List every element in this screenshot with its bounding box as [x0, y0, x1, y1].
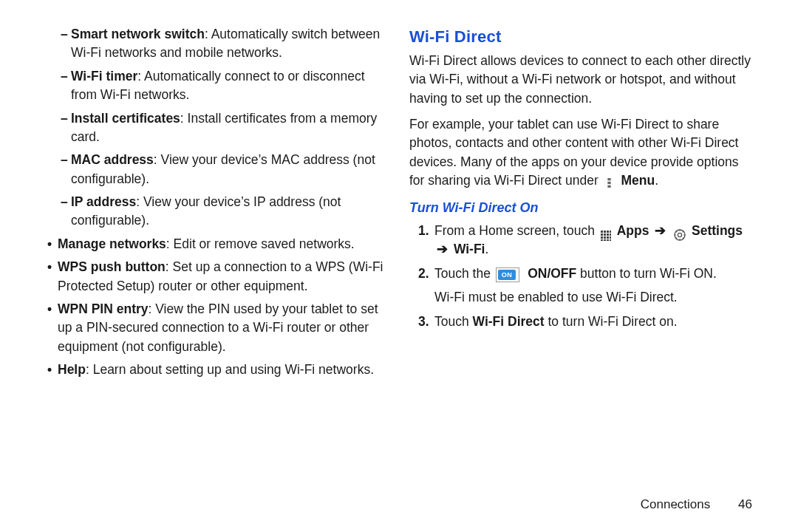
- sub-heading: Turn Wi-Fi Direct On: [409, 198, 754, 217]
- dash-text: Install certificates: Install certificat…: [71, 109, 389, 147]
- svg-rect-19: [610, 239, 611, 241]
- svg-rect-18: [607, 239, 609, 241]
- bullet-dot: •: [47, 361, 58, 379]
- page-footer: Connections 46: [44, 493, 754, 514]
- dash-item: – IP address: View your device’s IP addr…: [61, 193, 389, 231]
- s1-end: .: [485, 242, 488, 256]
- term: Manage networks: [58, 236, 166, 251]
- svg-rect-8: [601, 233, 603, 236]
- s3-lead: Touch: [434, 314, 473, 329]
- right-column: Wi-Fi Direct Wi-Fi Direct allows devices…: [409, 25, 754, 493]
- p2-lead: For example, your tablet can use Wi-Fi D…: [409, 117, 739, 188]
- def: : Edit or remove saved networks.: [166, 236, 355, 251]
- dash-bullet: –: [61, 109, 71, 147]
- step-text: From a Home screen, touch: [434, 222, 754, 259]
- bullet-text: WPS push button: Set up a connection to …: [58, 258, 389, 296]
- dash-text: Smart network switch: Automatically swit…: [71, 25, 389, 63]
- dash-text: IP address: View your device’s IP addres…: [71, 193, 389, 231]
- wifi-bold: Wi-Fi: [454, 242, 485, 256]
- bullet-dot: •: [47, 235, 58, 253]
- arrow-icon: ➔: [655, 223, 666, 238]
- svg-rect-11: [610, 233, 611, 236]
- svg-rect-5: [604, 231, 606, 233]
- menu-bold: Menu: [621, 173, 655, 188]
- intro-paragraph-1: Wi-Fi Direct allows devices to connect t…: [409, 52, 754, 108]
- svg-rect-16: [601, 239, 603, 241]
- s1-lead: From a Home screen, touch: [434, 223, 598, 238]
- manual-page: – Smart network switch: Automatically sw…: [0, 0, 798, 532]
- step-text: Touch Wi-Fi Direct to turn Wi-Fi Direct …: [434, 313, 754, 331]
- dash-bullet: –: [61, 151, 71, 188]
- svg-rect-2: [607, 182, 610, 184]
- term: MAC address: [71, 152, 154, 167]
- settings-bold: Settings: [692, 223, 743, 238]
- svg-point-21: [678, 233, 682, 236]
- dash-text: Wi-Fi timer: Automatically connect to or…: [71, 67, 389, 105]
- step-number: 2.: [418, 265, 434, 307]
- svg-rect-10: [607, 233, 609, 236]
- dash-list: – Smart network switch: Automatically sw…: [44, 25, 389, 231]
- term: WPS push button: [58, 259, 166, 274]
- left-column: – Smart network switch: Automatically sw…: [44, 25, 389, 493]
- svg-rect-6: [607, 231, 609, 233]
- step-2: 2. Touch the ON ON/OFF button to turn Wi…: [418, 265, 754, 307]
- bullet-dot: •: [47, 300, 58, 356]
- svg-rect-14: [607, 236, 609, 239]
- svg-rect-17: [604, 239, 606, 241]
- term: WPN PIN entry: [58, 301, 149, 316]
- bullet-item: • WPN PIN entry: View the PIN used by yo…: [47, 300, 389, 356]
- svg-rect-13: [604, 236, 606, 239]
- footer-section: Connections: [641, 497, 711, 511]
- s3-rest: to turn Wi-Fi Direct on.: [545, 314, 678, 329]
- page-number: 46: [732, 496, 752, 514]
- section-heading: Wi-Fi Direct: [409, 25, 754, 49]
- dash-bullet: –: [61, 67, 71, 105]
- bullet-dot: •: [47, 258, 58, 296]
- term: Wi-Fi timer: [71, 69, 137, 83]
- svg-rect-1: [607, 178, 610, 180]
- term: Help: [58, 362, 86, 377]
- svg-rect-9: [604, 233, 606, 236]
- step-number: 1.: [418, 222, 434, 259]
- two-column-layout: – Smart network switch: Automatically sw…: [44, 25, 754, 493]
- dash-bullet: –: [61, 25, 71, 63]
- s2-line2: Wi-Fi must be enabled to use Wi-Fi Direc…: [434, 290, 678, 304]
- svg-rect-3: [607, 185, 610, 188]
- on-toggle-label: ON: [498, 270, 516, 280]
- step-number: 3.: [418, 313, 434, 331]
- bullet-text: WPN PIN entry: View the PIN used by your…: [58, 300, 389, 356]
- apps-grid-icon: [601, 228, 611, 238]
- settings-gear-icon: [674, 228, 686, 239]
- step-text: Touch the ON ON/OFF button to turn Wi-Fi…: [434, 265, 754, 307]
- svg-rect-15: [610, 236, 611, 239]
- bullet-item: • Help: Learn about setting up and using…: [47, 361, 389, 379]
- p2-end: .: [655, 173, 658, 188]
- wfd-bold: Wi-Fi Direct: [473, 314, 545, 329]
- dash-item: – Smart network switch: Automatically sw…: [61, 25, 389, 63]
- numbered-steps: 1. From a Home screen, touch: [409, 222, 754, 332]
- bullet-list: • Manage networks: Edit or remove saved …: [44, 235, 389, 380]
- bullet-text: Manage networks: Edit or remove saved ne…: [58, 235, 389, 253]
- svg-rect-12: [601, 236, 603, 239]
- svg-rect-7: [610, 231, 611, 233]
- dash-item: – Install certificates: Install certific…: [61, 109, 389, 147]
- dash-bullet: –: [61, 193, 71, 231]
- s2-rest: button to turn Wi-Fi ON.: [576, 266, 717, 281]
- dash-text: MAC address: View your device’s MAC addr…: [71, 151, 389, 188]
- def: : Learn about setting up and using Wi-Fi…: [86, 362, 374, 377]
- s2-lead: Touch the: [434, 266, 494, 281]
- term: Smart network switch: [71, 27, 205, 41]
- term: Install certificates: [71, 111, 180, 126]
- step-1: 1. From a Home screen, touch: [418, 222, 754, 259]
- bullet-text: Help: Learn about setting up and using W…: [58, 361, 389, 379]
- arrow-icon: ➔: [437, 242, 448, 256]
- dash-item: – Wi-Fi timer: Automatically connect to …: [61, 67, 389, 105]
- onoff-bold: ON/OFF: [528, 266, 576, 281]
- bullet-item: • WPS push button: Set up a connection t…: [47, 258, 389, 296]
- bullet-item: • Manage networks: Edit or remove saved …: [47, 235, 389, 253]
- intro-paragraph-2: For example, your tablet can use Wi-Fi D…: [409, 115, 754, 191]
- svg-rect-4: [601, 231, 603, 233]
- dash-item: – MAC address: View your device’s MAC ad…: [61, 151, 389, 188]
- on-toggle-icon: ON: [496, 267, 520, 282]
- overflow-menu-icon: [604, 177, 614, 188]
